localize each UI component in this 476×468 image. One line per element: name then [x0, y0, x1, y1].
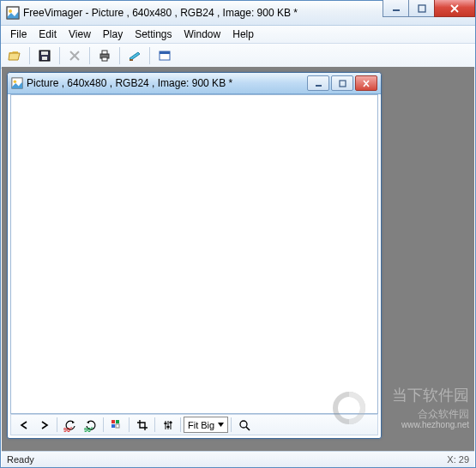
child-window: Picture , 640x480 , RGB24 , Image: 900 K… [7, 72, 382, 439]
child-minimize-button[interactable] [307, 75, 329, 91]
svg-rect-21 [116, 424, 119, 428]
minimize-button[interactable] [383, 0, 409, 17]
toolbar-separator [57, 417, 57, 432]
svg-rect-23 [166, 426, 169, 428]
svg-rect-24 [169, 422, 172, 423]
window-controls [383, 0, 475, 17]
toolbar-separator [89, 47, 90, 64]
titlebar: FreeVimager - Picture , 640x480 , RGB24 … [1, 1, 475, 26]
rotate-cw-button[interactable]: 90° [81, 416, 100, 434]
delete-button[interactable] [64, 45, 85, 66]
open-button[interactable] [4, 45, 25, 66]
toolbar-separator [180, 417, 181, 432]
menu-settings[interactable]: Settings [129, 27, 178, 42]
prev-button[interactable] [14, 416, 33, 434]
adjust-button[interactable] [158, 416, 178, 434]
svg-rect-6 [41, 51, 48, 55]
dropdown-icon [218, 423, 224, 427]
child-maximize-button[interactable] [331, 75, 353, 91]
close-button[interactable] [434, 0, 475, 17]
scan-button[interactable] [124, 45, 145, 66]
svg-rect-13 [160, 51, 170, 54]
menubar: File Edit View Play Settings Window Help [1, 26, 475, 44]
menu-help[interactable]: Help [226, 27, 260, 42]
svg-rect-17 [340, 81, 346, 87]
toolbar-separator [103, 417, 104, 432]
svg-rect-18 [111, 420, 115, 423]
toolbar-separator [29, 47, 30, 64]
svg-rect-22 [164, 423, 166, 424]
toolbar-separator [149, 47, 150, 64]
child-icon [11, 77, 23, 89]
zoom-button[interactable] [234, 416, 254, 434]
svg-rect-19 [116, 420, 119, 423]
app-window: FreeVimager - Picture , 640x480 , RGB24 … [0, 0, 476, 468]
window-title: FreeVimager - Picture , 640x480 , RGB24 … [23, 7, 298, 19]
svg-rect-3 [393, 9, 400, 11]
fullscreen-button[interactable] [154, 45, 175, 66]
statusbar: Ready X: 29 [2, 451, 474, 467]
child-close-button[interactable] [355, 75, 377, 91]
menu-window[interactable]: Window [178, 27, 227, 42]
toolbar-separator [59, 47, 60, 64]
maximize-button[interactable] [408, 0, 435, 17]
svg-rect-9 [102, 51, 107, 54]
next-button[interactable] [34, 416, 54, 434]
rgb-button[interactable] [106, 416, 126, 434]
zoom-mode-value: Fit Big [188, 420, 214, 430]
svg-point-25 [240, 421, 247, 428]
rotate-ccw-button[interactable]: 90° [60, 416, 80, 434]
status-text: Ready [7, 454, 34, 465]
main-toolbar [1, 44, 475, 69]
child-titlebar[interactable]: Picture , 640x480 , RGB24 , Image: 900 K… [8, 73, 381, 94]
svg-rect-7 [42, 57, 47, 60]
zoom-mode-select[interactable]: Fit Big [184, 417, 228, 433]
child-toolbar: 90° 90° Fit Big [10, 414, 378, 435]
svg-rect-16 [316, 85, 322, 87]
toolbar-separator [154, 417, 155, 432]
svg-point-15 [14, 81, 17, 84]
menu-play[interactable]: Play [97, 27, 129, 42]
child-controls [307, 75, 377, 91]
toolbar-separator [231, 417, 232, 432]
svg-rect-4 [419, 5, 425, 12]
child-title: Picture , 640x480 , RGB24 , Image: 900 K… [27, 77, 232, 89]
image-canvas[interactable] [10, 94, 378, 414]
menu-view[interactable]: View [63, 27, 97, 42]
save-button[interactable] [34, 45, 55, 66]
watermark: 当下软件园 合众软件园 www.hezhong.net [392, 387, 469, 430]
app-icon [6, 6, 20, 20]
print-button[interactable] [94, 45, 115, 66]
toolbar-separator [129, 417, 130, 432]
svg-rect-10 [102, 57, 107, 61]
toolbar-separator [119, 47, 120, 64]
crop-button[interactable] [132, 416, 152, 434]
menu-file[interactable]: File [4, 27, 33, 42]
svg-rect-11 [130, 59, 133, 61]
svg-point-1 [9, 9, 12, 13]
menu-edit[interactable]: Edit [33, 27, 63, 42]
mdi-workspace: Picture , 640x480 , RGB24 , Image: 900 K… [2, 67, 474, 451]
status-coords: X: 29 [447, 454, 469, 465]
svg-rect-20 [111, 424, 115, 428]
